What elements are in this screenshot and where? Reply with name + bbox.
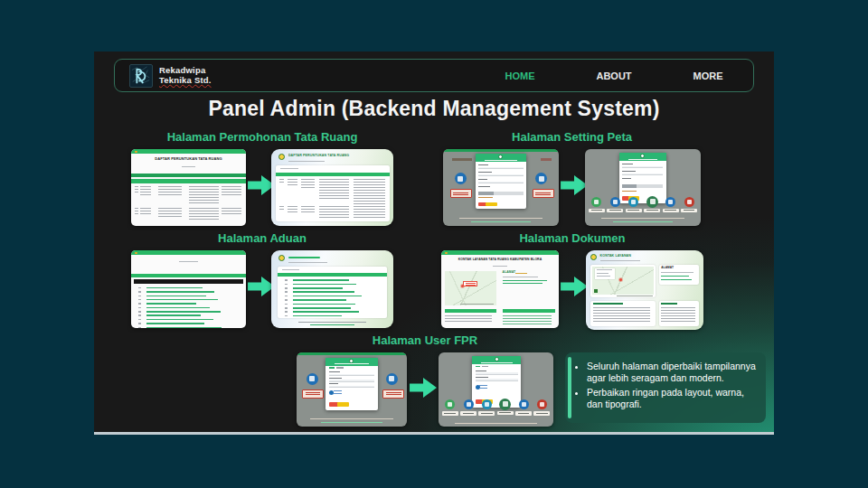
i bbox=[631, 200, 636, 204]
modal-logo-circle bbox=[498, 155, 503, 159]
icon-btn bbox=[644, 209, 660, 213]
list-row-line bbox=[146, 299, 218, 301]
mini-save-button bbox=[486, 202, 497, 207]
modal-head bbox=[472, 356, 522, 364]
line bbox=[661, 276, 689, 277]
mini-button bbox=[533, 189, 554, 198]
mini-link-list bbox=[293, 277, 379, 316]
iline bbox=[329, 374, 374, 377]
iline bbox=[478, 174, 524, 177]
bar bbox=[288, 257, 320, 259]
mini-page-title: KONTAK LAYANAN bbox=[600, 255, 631, 258]
line bbox=[503, 277, 538, 277]
list-row-line bbox=[293, 311, 359, 313]
dense bbox=[354, 179, 385, 206]
line bbox=[661, 272, 693, 273]
icon-btn bbox=[497, 411, 514, 416]
fline bbox=[613, 221, 674, 222]
line bbox=[329, 367, 335, 368]
dense bbox=[661, 307, 695, 322]
bar bbox=[131, 174, 246, 177]
mini-navbar bbox=[131, 250, 246, 255]
feature-icon bbox=[535, 173, 547, 184]
dense bbox=[279, 179, 284, 184]
list-row-line bbox=[146, 303, 196, 305]
line bbox=[597, 273, 609, 274]
brand-logo[interactable]: Rekadwipa Teknika Std. bbox=[129, 64, 212, 88]
fline bbox=[601, 218, 684, 219]
modal-logo-circle bbox=[495, 357, 499, 361]
hl bbox=[628, 159, 658, 160]
list-row-line bbox=[146, 323, 204, 324]
mini-button bbox=[302, 389, 324, 399]
line bbox=[476, 371, 486, 371]
modal-head bbox=[476, 154, 526, 162]
mini-modal bbox=[472, 356, 522, 408]
bar bbox=[131, 179, 246, 183]
thumbnail-permohonan-old: DAFTAR PERUNTUKAN TATA RUANG bbox=[131, 149, 246, 226]
line bbox=[478, 172, 492, 173]
list-row-line bbox=[293, 304, 355, 305]
dense bbox=[222, 208, 241, 216]
bar bbox=[297, 352, 407, 355]
path bbox=[146, 70, 150, 77]
section-heading-setting-peta: Halaman Setting Peta bbox=[443, 130, 701, 144]
dense bbox=[319, 206, 349, 218]
mini-navbar bbox=[441, 250, 559, 255]
line bbox=[288, 262, 327, 263]
list-row-line bbox=[293, 291, 354, 293]
dense bbox=[189, 208, 219, 221]
path bbox=[561, 277, 588, 296]
nav-item-home[interactable]: HOME bbox=[493, 70, 547, 81]
nav-menu: HOME ABOUT MORE bbox=[493, 70, 753, 81]
nav-item-about[interactable]: ABOUT bbox=[587, 70, 641, 81]
mini-emblem bbox=[590, 254, 597, 260]
dense bbox=[503, 315, 552, 325]
icon-btn bbox=[515, 411, 532, 416]
circ bbox=[464, 399, 474, 409]
nav-item-more[interactable]: MORE bbox=[681, 70, 735, 81]
fline bbox=[310, 324, 354, 325]
map-label bbox=[463, 281, 477, 286]
line bbox=[282, 269, 299, 270]
list-row-line bbox=[146, 291, 214, 293]
icon-btn bbox=[460, 411, 476, 416]
mini-navbar bbox=[131, 149, 246, 154]
mini-button bbox=[382, 389, 404, 399]
thumbnail-user-fpr-new bbox=[439, 352, 553, 427]
modal-logo-circle bbox=[349, 359, 354, 363]
list-row-line bbox=[293, 307, 351, 309]
mini-emblem bbox=[278, 154, 285, 160]
fline bbox=[515, 273, 527, 274]
div bbox=[452, 158, 472, 161]
mini-section-title: ALAMAT bbox=[503, 271, 516, 275]
g bbox=[137, 69, 145, 82]
div bbox=[595, 268, 615, 280]
fline bbox=[459, 218, 542, 219]
fline bbox=[460, 304, 494, 305]
dense bbox=[445, 315, 492, 323]
mini-page-title: DAFTAR PERUNTUKAN TATA RUANG bbox=[131, 157, 246, 161]
circ bbox=[684, 197, 694, 207]
iline bbox=[329, 386, 374, 389]
bar bbox=[443, 149, 559, 152]
mini-button bbox=[450, 189, 472, 198]
thumbnail-aduan-old bbox=[131, 250, 246, 328]
line bbox=[329, 383, 339, 384]
section-heading-dokumen: Halaman Dokumen bbox=[441, 231, 703, 245]
line bbox=[503, 280, 547, 281]
line bbox=[503, 283, 542, 284]
mini-table-card bbox=[276, 165, 390, 221]
line bbox=[661, 279, 692, 280]
dense bbox=[301, 179, 315, 188]
brand-logo-icon bbox=[129, 64, 153, 88]
circ bbox=[482, 399, 492, 409]
modal-head bbox=[326, 358, 379, 366]
circ bbox=[537, 399, 547, 409]
mini-section-title: ALAMAT bbox=[661, 267, 674, 270]
i bbox=[650, 199, 656, 204]
line bbox=[179, 261, 197, 262]
feature-icon bbox=[455, 173, 467, 184]
list-row-line bbox=[146, 319, 213, 321]
dense bbox=[479, 385, 487, 390]
